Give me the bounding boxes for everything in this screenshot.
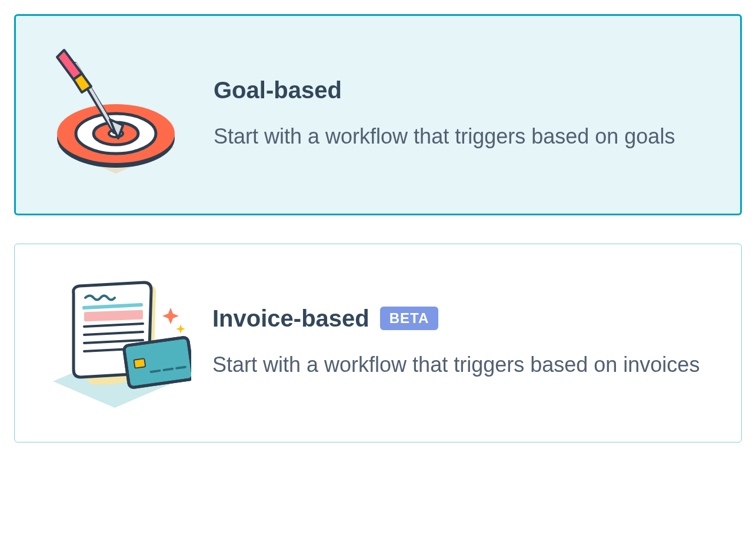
option-title: Invoice-based — [212, 305, 369, 332]
option-title: Goal-based — [214, 77, 342, 104]
option-card-goal[interactable]: Goal-based Start with a workflow that tr… — [14, 14, 742, 215]
option-content: Invoice-based BETA Start with a workflow… — [212, 305, 718, 381]
svg-line-22 — [164, 369, 172, 370]
option-description: Start with a workflow that triggers base… — [212, 348, 718, 381]
svg-line-21 — [151, 371, 160, 372]
svg-line-23 — [176, 367, 185, 368]
option-card-invoice[interactable]: Invoice-based BETA Start with a workflow… — [14, 244, 742, 442]
svg-rect-20 — [134, 358, 145, 368]
option-description: Start with a workflow that triggers base… — [214, 120, 717, 153]
invoice-icon — [38, 272, 191, 414]
target-icon — [39, 44, 192, 185]
option-content: Goal-based Start with a workflow that tr… — [214, 77, 717, 153]
beta-badge: BETA — [380, 307, 439, 330]
